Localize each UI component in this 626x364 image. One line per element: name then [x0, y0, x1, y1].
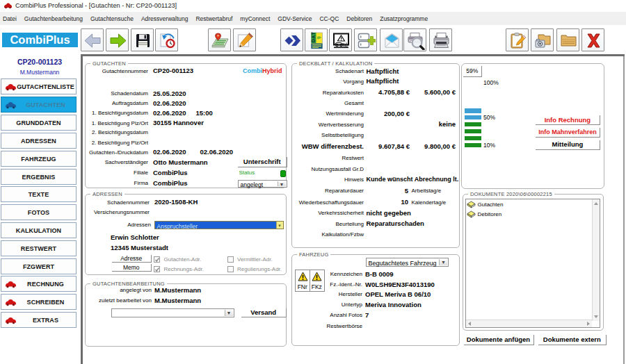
svg-text:DAT: DAT [310, 32, 315, 43]
